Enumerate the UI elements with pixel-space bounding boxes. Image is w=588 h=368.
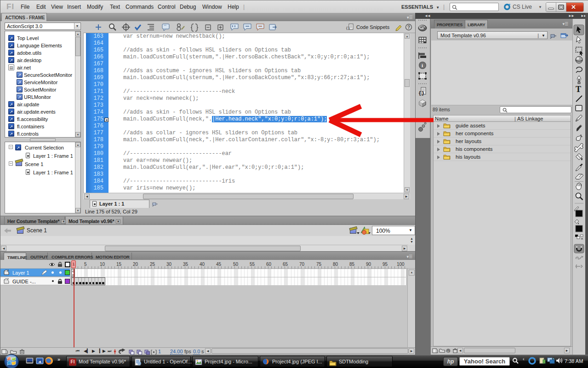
svg-text:{}: {}	[418, 91, 424, 96]
svg-text:``: ``	[164, 24, 166, 29]
svg-text:i: i	[422, 63, 423, 68]
svg-text:i: i	[448, 350, 449, 353]
svg-text:?: ?	[407, 25, 410, 30]
svg-text:{}: {}	[346, 26, 350, 30]
svg-text:T: T	[576, 85, 581, 94]
